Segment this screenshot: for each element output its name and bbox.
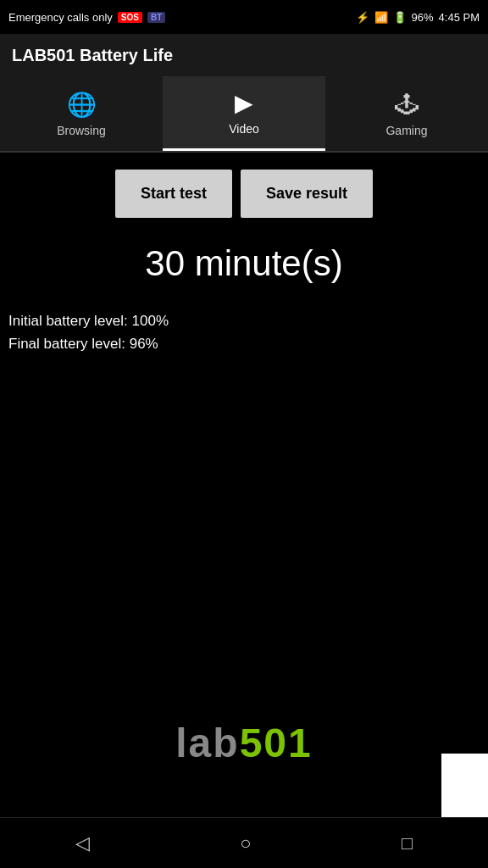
battery-icon: 🔋 — [393, 11, 407, 24]
app-title: LAB501 Battery Life — [12, 46, 173, 65]
globe-icon: 🌐 — [67, 91, 97, 119]
save-result-button[interactable]: Save result — [241, 170, 373, 218]
buttons-row: Start test Save result — [115, 170, 373, 218]
tab-video[interactable]: ▶ Video — [163, 76, 325, 151]
logo-text: lab501 — [175, 721, 312, 765]
initial-battery-level: Initial battery level: 100% — [8, 309, 488, 332]
timer-display: 30 minute(s) — [145, 243, 342, 284]
title-bar: LAB501 Battery Life — [0, 34, 488, 76]
network-icon: 📶 — [374, 11, 388, 24]
tab-gaming-label: Gaming — [385, 124, 427, 137]
status-right: ⚡ 📶 🔋 96% 4:45 PM — [356, 11, 480, 24]
gaming-icon: 🕹 — [395, 91, 419, 119]
time-display: 4:45 PM — [439, 11, 480, 24]
logo-container: lab501 — [175, 720, 312, 766]
main-content: Start test Save result 30 minute(s) Init… — [0, 153, 488, 817]
bluetooth-icon: ⚡ — [356, 11, 369, 24]
battery-percent: 96% — [412, 11, 434, 24]
tab-browsing-label: Browsing — [57, 124, 106, 137]
tab-browsing[interactable]: 🌐 Browsing — [0, 76, 163, 151]
tab-video-label: Video — [229, 122, 259, 136]
emergency-text: Emergency calls only — [8, 11, 113, 24]
status-left: Emergency calls only SOS BT — [8, 11, 165, 24]
tab-bar: 🌐 Browsing ▶ Video 🕹 Gaming — [0, 76, 488, 153]
tab-gaming[interactable]: 🕹 Gaming — [325, 76, 488, 151]
start-test-button[interactable]: Start test — [115, 170, 232, 218]
bt-badge: BT — [147, 12, 165, 23]
status-bar: Emergency calls only SOS BT ⚡ 📶 🔋 96% 4:… — [0, 0, 488, 34]
battery-info: Initial battery level: 100% Final batter… — [0, 309, 488, 355]
sos-badge: SOS — [118, 12, 142, 23]
home-button[interactable]: ○ — [240, 832, 251, 854]
final-battery-level: Final battery level: 96% — [8, 332, 488, 355]
logo-501: 501 — [240, 721, 313, 765]
nav-bar: ◁ ○ □ — [0, 817, 488, 868]
white-box — [441, 754, 488, 817]
recents-button[interactable]: □ — [402, 832, 413, 854]
logo-lab: lab — [175, 721, 239, 765]
back-button[interactable]: ◁ — [75, 832, 90, 854]
play-icon: ▶ — [235, 89, 253, 117]
